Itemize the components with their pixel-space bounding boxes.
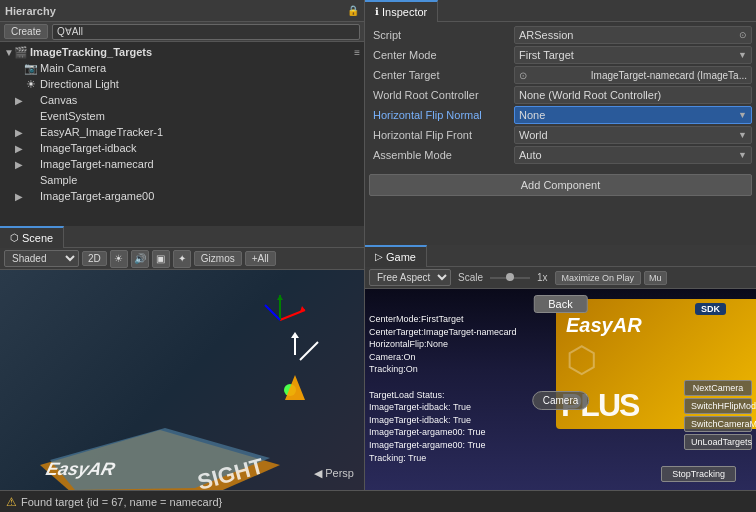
inspector-tab-label: Inspector bbox=[382, 6, 427, 18]
tracker-arrow: ▶ bbox=[14, 127, 24, 138]
mute-button[interactable]: Mu bbox=[644, 271, 667, 285]
back-button[interactable]: Back bbox=[533, 295, 587, 313]
canvas-arrow: ▶ bbox=[14, 95, 24, 106]
next-camera-button[interactable]: NextCamera bbox=[684, 380, 752, 396]
3d-axes bbox=[265, 295, 305, 320]
hierarchy-item-eventsystem[interactable]: EventSystem bbox=[0, 108, 364, 124]
svg-line-2 bbox=[265, 305, 280, 320]
maximize-on-play-button[interactable]: Maximize On Play bbox=[555, 271, 642, 285]
hierarchy-item-main-camera[interactable]: 📷 Main Camera bbox=[0, 60, 364, 76]
scale-thumb bbox=[506, 273, 514, 281]
easyar-logo: EasyAR bbox=[566, 314, 642, 337]
sdk-badge: SDK bbox=[695, 303, 726, 315]
game-panel: ▷ Game Free Aspect Scale 1x Maximize On … bbox=[365, 245, 756, 490]
idback-arrow: ▶ bbox=[14, 143, 24, 154]
game-debug-text: CenterMode:FirstTarget CenterTarget:Imag… bbox=[369, 313, 517, 464]
hflip-front-text: World bbox=[519, 129, 548, 141]
assemble-mode-label: Assemble Mode bbox=[369, 149, 514, 161]
world-root-value[interactable]: None (World Root Controller) bbox=[514, 86, 752, 104]
hierarchy-item-easyar-tracker[interactable]: ▶ EasyAR_ImageTracker-1 bbox=[0, 124, 364, 140]
tab-scene[interactable]: ⬡ Scene bbox=[0, 226, 64, 248]
display-icon[interactable]: ▣ bbox=[152, 250, 170, 268]
dir-light-label: Directional Light bbox=[40, 78, 119, 90]
hierarchy-item-canvas[interactable]: ▶ Canvas bbox=[0, 92, 364, 108]
aspect-selector[interactable]: Free Aspect bbox=[369, 269, 451, 286]
debug-line-2: CenterTarget:ImageTarget-namecard bbox=[369, 326, 517, 339]
hflip-normal-value[interactable]: None ▼ bbox=[514, 106, 752, 124]
namecard-icon bbox=[24, 157, 38, 171]
idback-icon bbox=[24, 141, 38, 155]
assemble-mode-value[interactable]: Auto ▼ bbox=[514, 146, 752, 164]
camera-button-area: Camera bbox=[532, 391, 590, 410]
add-component-button[interactable]: Add Component bbox=[369, 174, 752, 196]
game-toolbar: Free Aspect Scale 1x Maximize On Play Mu bbox=[365, 267, 756, 289]
hierarchy-root-label: ImageTracking_Targets bbox=[30, 46, 152, 58]
argame-icon bbox=[24, 189, 38, 203]
assemble-mode-text: Auto bbox=[519, 149, 542, 161]
hflip-normal-text: None bbox=[519, 109, 545, 121]
camera-icon: 📷 bbox=[24, 61, 38, 75]
gizmos-button[interactable]: Gizmos bbox=[194, 251, 242, 266]
center-mode-value[interactable]: First Target ▼ bbox=[514, 46, 752, 64]
center-target-row: Center Target ⊙ ImageTarget-namecard (Im… bbox=[369, 66, 752, 84]
persp-label: ◀ Persp bbox=[314, 467, 354, 480]
debug-line-9: ImageTarget-argame00: True bbox=[369, 426, 517, 439]
2d-toggle[interactable]: 2D bbox=[82, 251, 107, 266]
tab-inspector[interactable]: ℹ Inspector bbox=[365, 0, 438, 22]
hierarchy-root-item[interactable]: ▼ 🎬 ImageTracking_Targets ≡ bbox=[0, 44, 364, 60]
shield-deco: ⬡ bbox=[566, 339, 597, 381]
debug-line-8: ImageTarget-idback: True bbox=[369, 414, 517, 427]
script-prop-label: Script bbox=[369, 29, 514, 41]
game-tab-label: Game bbox=[386, 251, 416, 263]
scene-view: EasyAR SIGHT bbox=[0, 270, 364, 490]
scale-slider[interactable] bbox=[490, 277, 530, 279]
lock-icon: 🔒 bbox=[347, 5, 359, 16]
stop-tracking-button[interactable]: StopTracking bbox=[661, 466, 736, 482]
debug-line-7: ImageTarget-idback: True bbox=[369, 401, 517, 414]
scene-extra-btn[interactable]: +All bbox=[245, 251, 276, 266]
canvas-icon bbox=[24, 93, 38, 107]
script-circle-icon: ⊙ bbox=[739, 30, 747, 40]
scene-canvas: EasyAR SIGHT bbox=[0, 270, 364, 490]
center-target-value[interactable]: ⊙ ImageTarget-namecard (ImageTa... bbox=[514, 66, 752, 84]
create-button[interactable]: Create bbox=[4, 24, 48, 39]
script-prop-value: ARSession ⊙ bbox=[514, 26, 752, 44]
debug-line-1: CenterMode:FirstTarget bbox=[369, 313, 517, 326]
effects-icon[interactable]: ✦ bbox=[173, 250, 191, 268]
debug-line-10: ImageTarget-argame00: True bbox=[369, 439, 517, 452]
sample-label: Sample bbox=[40, 174, 77, 186]
unload-targets-button[interactable]: UnLoadTargets bbox=[684, 434, 752, 450]
status-bar: ⚠ Found target {id = 67, name = namecard… bbox=[0, 490, 756, 512]
svg-marker-4 bbox=[277, 295, 283, 300]
hflip-normal-arrow: ▼ bbox=[738, 110, 747, 120]
hierarchy-search[interactable] bbox=[52, 24, 360, 40]
hierarchy-item-imagetarget-namecard[interactable]: ▶ ImageTarget-namecard bbox=[0, 156, 364, 172]
hierarchy-item-imagetarget-argame[interactable]: ▶ ImageTarget-argame00 bbox=[0, 188, 364, 204]
hierarchy-item-dir-light[interactable]: ☀ Directional Light bbox=[0, 76, 364, 92]
camera-button[interactable]: Camera bbox=[532, 391, 590, 410]
tab-game[interactable]: ▷ Game bbox=[365, 245, 427, 267]
hflip-front-row: Horizontal Flip Front World ▼ bbox=[369, 126, 752, 144]
main-content: Hierarchy 🔒 Create ▼ 🎬 ImageTracking_Tar… bbox=[0, 0, 756, 490]
scale-value: 1x bbox=[537, 272, 548, 283]
hierarchy-title: Hierarchy bbox=[5, 5, 56, 17]
main-camera-label: Main Camera bbox=[40, 62, 106, 74]
audio-icon[interactable]: 🔊 bbox=[131, 250, 149, 268]
hflip-front-value[interactable]: World ▼ bbox=[514, 126, 752, 144]
hierarchy-content: ▼ 🎬 ImageTracking_Targets ≡ 📷 Main Camer… bbox=[0, 42, 364, 226]
hierarchy-item-sample[interactable]: Sample bbox=[0, 172, 364, 188]
hierarchy-item-imagetarget-idback[interactable]: ▶ ImageTarget-idback bbox=[0, 140, 364, 156]
inspector-tab-icon: ℹ bbox=[375, 6, 379, 17]
debug-line-6: TargetLoad Status: bbox=[369, 389, 517, 402]
debug-line-11: Tracking: True bbox=[369, 452, 517, 465]
switch-hflip-button[interactable]: SwitchHFlipMode bbox=[684, 398, 752, 414]
sun-icon[interactable]: ☀ bbox=[110, 250, 128, 268]
namecard-label: ImageTarget-namecard bbox=[40, 158, 154, 170]
hierarchy-toolbar: Create bbox=[0, 22, 364, 42]
white-arrow-right bbox=[300, 342, 318, 360]
scene-easyar-text: EasyAR bbox=[44, 458, 118, 479]
game-tab-bar: ▷ Game bbox=[365, 245, 756, 267]
light-icon: ☀ bbox=[24, 77, 38, 91]
switch-camera-button[interactable]: SwitchCameraMode bbox=[684, 416, 752, 432]
shading-selector[interactable]: Shaded Wireframe bbox=[4, 250, 79, 267]
